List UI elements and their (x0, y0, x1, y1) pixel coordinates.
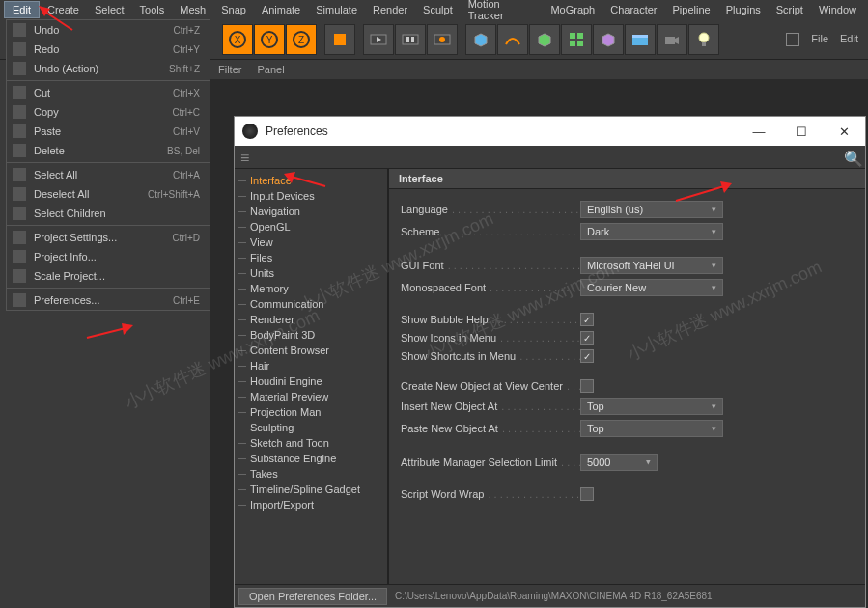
edit-menu-delete[interactable]: DeleteBS, Del (7, 141, 210, 160)
pref-sidebar-import-export[interactable]: Import/Export (235, 497, 387, 512)
render-button-1[interactable] (363, 24, 394, 55)
home-icon[interactable]: ≡ (240, 150, 256, 165)
language-dropdown[interactable]: English (us) (580, 201, 723, 218)
menu-select[interactable]: Select (87, 2, 132, 17)
minimize-button[interactable]: — (745, 122, 772, 141)
wordwrap-checkbox[interactable] (580, 487, 594, 501)
deselect-all-icon (13, 187, 26, 201)
edit-menu-copy[interactable]: CopyCtrl+C (7, 102, 210, 122)
pref-sidebar-navigation[interactable]: Navigation (235, 204, 387, 219)
pref-sidebar-communication[interactable]: Communication (235, 296, 387, 312)
pref-sidebar-units[interactable]: Units (235, 265, 387, 281)
shortcuts-checkbox[interactable] (580, 349, 594, 363)
edit-menu-preferences-[interactable]: Preferences...Ctrl+E (7, 290, 210, 310)
edit-menu-select-children[interactable]: Select Children (7, 204, 210, 223)
menu-script[interactable]: Script (769, 2, 811, 17)
menu-animate[interactable]: Animate (254, 2, 308, 17)
monofont-dropdown[interactable]: Courier New (580, 279, 723, 296)
subbar-panel[interactable]: Panel (257, 64, 284, 75)
scheme-dropdown[interactable]: Dark (580, 223, 723, 240)
close-button[interactable]: ✕ (830, 122, 857, 141)
preferences-section-header: Interface (389, 169, 865, 189)
primitive-array-button[interactable] (561, 24, 592, 55)
menu-create[interactable]: Create (40, 2, 87, 17)
menu-simulate[interactable]: Simulate (308, 2, 365, 17)
pref-sidebar-view[interactable]: View (235, 235, 387, 250)
edit-menu-undo-action-[interactable]: Undo (Action)Shift+Z (7, 59, 210, 78)
axis-z-button[interactable]: Z (286, 24, 317, 55)
menu-character[interactable]: Character (602, 2, 664, 17)
guifont-dropdown[interactable]: Microsoft YaHei UI (580, 257, 723, 274)
pref-sidebar-files[interactable]: Files (235, 250, 387, 265)
primitive-spline-button[interactable] (497, 24, 528, 55)
pref-sidebar-projection-man[interactable]: Projection Man (235, 404, 387, 420)
primitive-nurbs-button[interactable] (529, 24, 560, 55)
om-edit[interactable]: Edit (840, 33, 858, 46)
pref-sidebar-renderer[interactable]: Renderer (235, 312, 387, 327)
menu-pipeline[interactable]: Pipeline (665, 2, 718, 17)
pref-sidebar-takes[interactable]: Takes (235, 466, 387, 482)
primitive-deformer-button[interactable] (593, 24, 624, 55)
menu-plugins[interactable]: Plugins (718, 2, 769, 17)
open-preferences-folder-button[interactable]: Open Preferences Folder... (238, 588, 387, 605)
menu-mesh[interactable]: Mesh (172, 2, 213, 17)
menu-snap[interactable]: Snap (213, 2, 254, 17)
preferences-titlebar: Preferences — ☐ ✕ (235, 117, 865, 146)
edit-menu-cut[interactable]: CutCtrl+X (7, 83, 210, 102)
svg-marker-21 (675, 37, 679, 44)
scale-project-icon (13, 269, 26, 283)
pref-sidebar-bodypaint-d[interactable]: BodyPaint 3D (235, 327, 387, 343)
monofont-label: Monospaced Font (401, 282, 580, 293)
icons-checkbox[interactable] (580, 331, 594, 345)
edit-menu-project-settings-[interactable]: Project Settings...Ctrl+D (7, 228, 210, 247)
pasteat-dropdown[interactable]: Top (580, 420, 723, 437)
axis-x-button[interactable]: X (222, 24, 253, 55)
render-button-3[interactable] (427, 24, 458, 55)
primitive-light-button[interactable] (688, 24, 719, 55)
pref-sidebar-sculpting[interactable]: Sculpting (235, 420, 387, 435)
primitive-camera-button[interactable] (657, 24, 687, 55)
menu-motion-tracker[interactable]: Motion Tracker (461, 0, 544, 23)
primitive-environment-button[interactable] (625, 24, 656, 55)
axis-y-button[interactable]: Y (254, 24, 285, 55)
insertat-dropdown[interactable]: Top (580, 398, 723, 415)
menu-edit[interactable]: Edit (4, 1, 40, 18)
maximize-button[interactable]: ☐ (788, 122, 815, 141)
om-file[interactable]: File (811, 33, 828, 46)
edit-menu-paste[interactable]: PasteCtrl+V (7, 122, 210, 141)
attrlimit-field[interactable]: 5000 (580, 454, 658, 471)
main-menubar: Edit Create Select Tools Mesh Snap Anima… (0, 0, 868, 19)
edit-menu-select-all[interactable]: Select AllCtrl+A (7, 165, 210, 184)
pref-sidebar-material-preview[interactable]: Material Preview (235, 389, 387, 404)
bubble-checkbox[interactable] (580, 313, 594, 326)
pref-sidebar-hair[interactable]: Hair (235, 358, 387, 373)
pref-sidebar-timeline-spline-gadget[interactable]: Timeline/Spline Gadget (235, 482, 387, 497)
pref-sidebar-opengl[interactable]: OpenGL (235, 219, 387, 235)
menu-mograph[interactable]: MoGraph (543, 2, 602, 17)
edit-menu-redo[interactable]: RedoCtrl+Y (7, 40, 210, 59)
edit-menu-scale-project-[interactable]: Scale Project... (7, 266, 210, 286)
menu-render[interactable]: Render (365, 2, 415, 17)
edit-menu-undo[interactable]: UndoCtrl+Z (7, 20, 210, 40)
search-icon[interactable]: 🔍 (844, 150, 859, 165)
pref-sidebar-content-browser[interactable]: Content Browser (235, 343, 387, 358)
cube-button[interactable] (324, 24, 355, 55)
pref-sidebar-sketch-and-toon[interactable]: Sketch and Toon (235, 435, 387, 451)
pref-sidebar-substance-engine[interactable]: Substance Engine (235, 451, 387, 466)
primitive-cube-button[interactable] (465, 24, 496, 55)
menu-sculpt[interactable]: Sculpt (415, 2, 461, 17)
edit-menu-project-info-[interactable]: Project Info... (7, 247, 210, 266)
grid-icon[interactable] (786, 33, 799, 46)
edit-menu-deselect-all[interactable]: Deselect AllCtrl+Shift+A (7, 184, 210, 204)
menu-tools[interactable]: Tools (132, 2, 173, 17)
pref-sidebar-houdini-engine[interactable]: Houdini Engine (235, 373, 387, 389)
menu-window[interactable]: Window (811, 2, 864, 17)
pref-sidebar-memory[interactable]: Memory (235, 281, 387, 296)
pref-sidebar-interface[interactable]: Interface (235, 173, 387, 188)
render-button-2[interactable] (395, 24, 426, 55)
createcenter-checkbox[interactable] (580, 379, 594, 393)
subbar-filter[interactable]: Filter (218, 64, 241, 75)
svg-rect-16 (570, 41, 575, 46)
preferences-window: Preferences — ☐ ✕ ≡ 🔍 InterfaceInput Dev… (234, 116, 866, 608)
pref-sidebar-input-devices[interactable]: Input Devices (235, 188, 387, 204)
